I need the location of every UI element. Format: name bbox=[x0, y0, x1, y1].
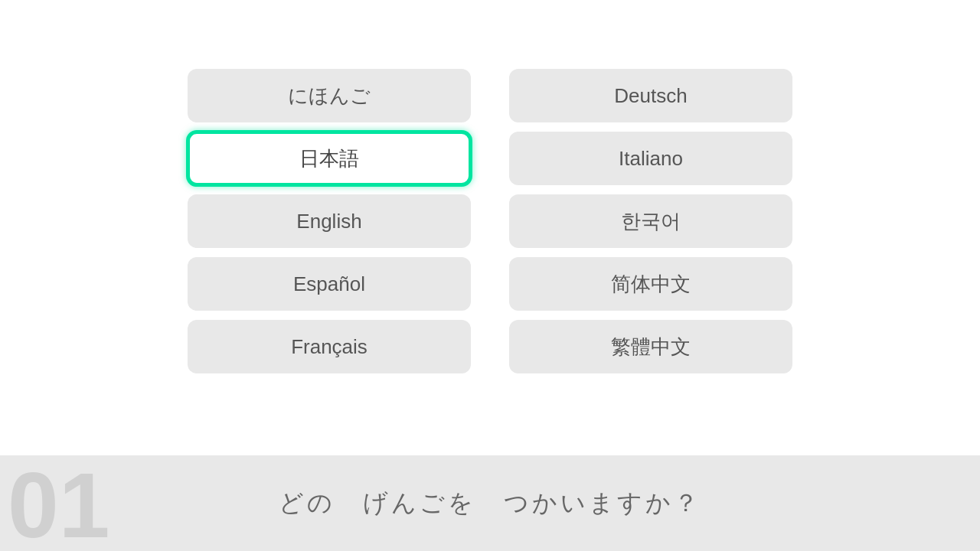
step-number: 01 bbox=[0, 459, 109, 551]
lang-btn-italiano[interactable]: Italiano bbox=[509, 132, 792, 185]
bottom-question: どの げんごを つかいますか？ bbox=[279, 487, 701, 520]
language-grid: にほんご Deutsch 日本語 Italiano English 한국어 Es… bbox=[188, 69, 792, 373]
lang-btn-deutsch[interactable]: Deutsch bbox=[509, 69, 792, 122]
lang-btn-espanol[interactable]: Español bbox=[188, 257, 471, 311]
lang-btn-francais[interactable]: Français bbox=[188, 320, 471, 373]
lang-btn-traditional-chinese[interactable]: 繁體中文 bbox=[509, 320, 792, 373]
language-selection-area: にほんご Deutsch 日本語 Italiano English 한국어 Es… bbox=[0, 0, 980, 444]
lang-btn-simplified-chinese[interactable]: 简体中文 bbox=[509, 257, 792, 311]
bottom-bar: 01 どの げんごを つかいますか？ bbox=[0, 455, 980, 551]
lang-btn-nihongo-kana[interactable]: にほんご bbox=[188, 69, 471, 122]
lang-btn-english[interactable]: English bbox=[188, 194, 471, 248]
lang-btn-nihongo-kanji[interactable]: 日本語 bbox=[188, 132, 471, 185]
lang-btn-korean[interactable]: 한국어 bbox=[509, 194, 792, 248]
